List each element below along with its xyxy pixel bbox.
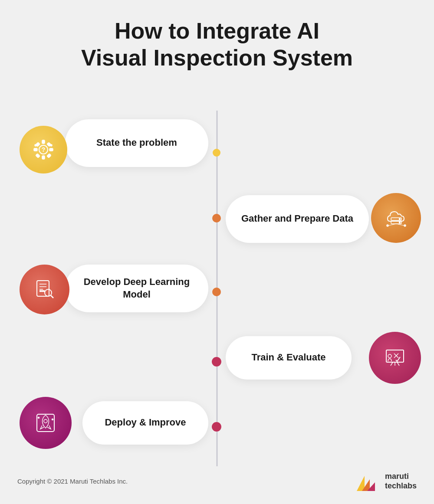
svg-point-15 [399, 222, 400, 223]
svg-line-25 [51, 295, 53, 298]
card-2-label: Gather and Prepare Data [239, 213, 356, 225]
train-icon-circle [369, 332, 421, 384]
svg-point-30 [388, 354, 391, 358]
card-4-label: Train & Evaluate [239, 351, 339, 364]
card-1-label: State the problem [78, 137, 195, 149]
svg-point-10 [35, 144, 36, 146]
card-deploy-improve: Deploy & Improve [82, 401, 208, 445]
problem-icon-circle: ? [20, 126, 67, 173]
card-train-evaluate: Train & Evaluate [226, 336, 352, 380]
page-title-area: How to Integrate AI Visual Inspection Sy… [0, 0, 434, 80]
svg-point-27 [41, 291, 43, 292]
deploy-icon [33, 410, 59, 436]
page-title: How to Integrate AI Visual Inspection Sy… [35, 17, 399, 72]
svg-rect-2 [42, 156, 45, 159]
svg-marker-40 [357, 476, 365, 491]
logo-icon [357, 471, 381, 491]
svg-line-33 [391, 362, 393, 366]
logo-area: maruti techlabs [357, 471, 417, 491]
svg-rect-1 [42, 140, 45, 144]
dot-1 [213, 149, 220, 157]
svg-point-37 [44, 419, 47, 423]
svg-point-11 [50, 144, 52, 146]
svg-text:?: ? [42, 146, 46, 153]
svg-rect-7 [36, 154, 40, 158]
data-icon [383, 205, 409, 231]
card-deep-learning: Develop Deep Learning Model [65, 265, 208, 312]
logo-triangles [357, 471, 381, 491]
svg-rect-3 [34, 148, 37, 151]
svg-rect-29 [386, 350, 404, 362]
diagram-area: State the problem Gather and Prepare Dat… [0, 85, 434, 475]
svg-point-24 [45, 289, 52, 296]
deploy-icon-circle [20, 397, 72, 449]
card-3-label: Develop Deep Learning Model [78, 276, 195, 301]
svg-line-34 [397, 362, 399, 366]
card-state-problem: State the problem [65, 119, 208, 167]
svg-point-28 [43, 291, 44, 292]
dot-4 [212, 357, 221, 367]
copyright-text: Copyright © 2021 Maruti Techlabs Inc. [17, 478, 128, 485]
dot-3 [212, 288, 221, 296]
dot-2 [212, 214, 221, 223]
svg-point-17 [404, 225, 406, 226]
data-icon-circle [371, 193, 421, 243]
svg-rect-4 [49, 148, 53, 151]
footer: Copyright © 2021 Maruti Techlabs Inc. ma… [0, 471, 434, 491]
model-icon-circle [20, 265, 69, 314]
svg-point-26 [39, 291, 41, 292]
svg-point-16 [387, 225, 388, 226]
train-icon [382, 345, 408, 371]
svg-point-14 [399, 219, 400, 220]
dot-5 [212, 422, 221, 432]
model-icon [32, 276, 58, 302]
svg-rect-8 [47, 154, 51, 158]
card-5-label: Deploy & Improve [95, 416, 195, 429]
svg-rect-20 [37, 281, 49, 296]
card-gather-data: Gather and Prepare Data [226, 195, 369, 243]
svg-point-39 [52, 419, 53, 420]
logo-text: maruti techlabs [385, 472, 417, 491]
problem-icon: ? [30, 137, 56, 163]
svg-point-38 [38, 417, 39, 418]
